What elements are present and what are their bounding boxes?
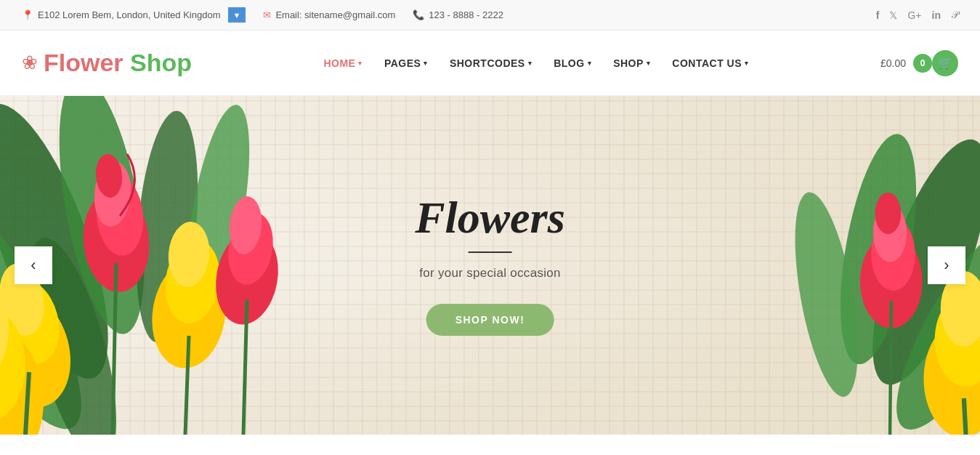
address-text: E102 Lorem Bem, London, United Kingdom	[38, 9, 221, 20]
logo-flower-icon: ❀	[22, 52, 38, 74]
svg-line-38	[890, 301, 891, 435]
logo-text: Flower Shop	[44, 49, 192, 77]
main-nav: HOME ▾ PAGES ▾ SHORTCODES ▾ BLOG ▾ SHOP …	[323, 57, 748, 69]
cart-button[interactable]: 0 🛒	[913, 50, 958, 76]
hero-subtitle: for your special occasion	[415, 266, 565, 281]
hero-title: Flowers	[415, 195, 565, 240]
hero-content: Flowers for your special occasion SHOP N…	[415, 195, 565, 336]
nav-pages[interactable]: PAGES ▾	[384, 57, 428, 69]
nav-blog-arrow: ▾	[588, 60, 592, 67]
hero-next-icon: ›	[944, 256, 949, 275]
header: ❀ Flower Shop HOME ▾ PAGES ▾ SHORTCODES …	[0, 31, 980, 96]
social-links: f 𝕏 G+ in 𝒫	[876, 9, 958, 21]
phone-icon: 📞	[413, 9, 424, 20]
shop-now-button[interactable]: SHOP NOW!	[426, 304, 554, 336]
nav-contact[interactable]: CONTACT US ▾	[672, 57, 748, 69]
logo[interactable]: ❀ Flower Shop	[22, 49, 192, 77]
hero-prev-button[interactable]: ‹	[15, 246, 52, 284]
email-icon: ✉	[263, 9, 271, 20]
email-text: Email: sitename@gmail.com	[275, 9, 395, 20]
top-bar: 📍 E102 Lorem Bem, London, United Kingdom…	[0, 0, 980, 31]
hero-section: Flowers for your special occasion SHOP N…	[0, 96, 980, 435]
svg-line-39	[964, 398, 966, 435]
phone-info: 📞 123 - 8888 - 2222	[413, 9, 503, 20]
nav-shop-arrow: ▾	[647, 60, 651, 67]
nav-home-arrow: ▾	[358, 60, 363, 67]
facebook-icon[interactable]: f	[876, 9, 880, 21]
email-info: ✉ Email: sitename@gmail.com	[263, 9, 395, 20]
linkedin-icon[interactable]: in	[932, 9, 941, 21]
googleplus-icon[interactable]: G+	[907, 9, 921, 21]
hero-divider	[469, 251, 512, 253]
twitter-icon[interactable]: 𝕏	[889, 9, 897, 21]
top-bar-left: 📍 E102 Lorem Bem, London, United Kingdom…	[22, 7, 503, 23]
nav-home[interactable]: HOME ▾	[323, 57, 363, 69]
cart-area: £0.00 0 🛒	[880, 50, 958, 76]
nav-shortcodes[interactable]: SHORTCODES ▾	[450, 57, 532, 69]
nav-shop[interactable]: SHOP ▾	[613, 57, 650, 69]
lang-dropdown[interactable]: ▼	[228, 7, 246, 23]
location-icon: 📍	[22, 9, 33, 20]
hero-next-button[interactable]: ›	[928, 246, 965, 284]
cart-icon: 🛒	[938, 56, 952, 70]
nav-pages-arrow: ▾	[424, 60, 428, 67]
pinterest-icon[interactable]: 𝒫	[951, 9, 958, 21]
phone-text: 123 - 8888 - 2222	[429, 9, 503, 20]
nav-contact-arrow: ▾	[745, 60, 749, 67]
cart-price: £0.00	[880, 57, 906, 69]
svg-point-34	[875, 193, 902, 234]
nav-shortcodes-arrow: ▾	[528, 60, 532, 67]
hero-prev-icon: ‹	[31, 256, 36, 275]
nav-blog[interactable]: BLOG ▾	[554, 57, 591, 69]
cart-count: 0	[920, 58, 926, 68]
